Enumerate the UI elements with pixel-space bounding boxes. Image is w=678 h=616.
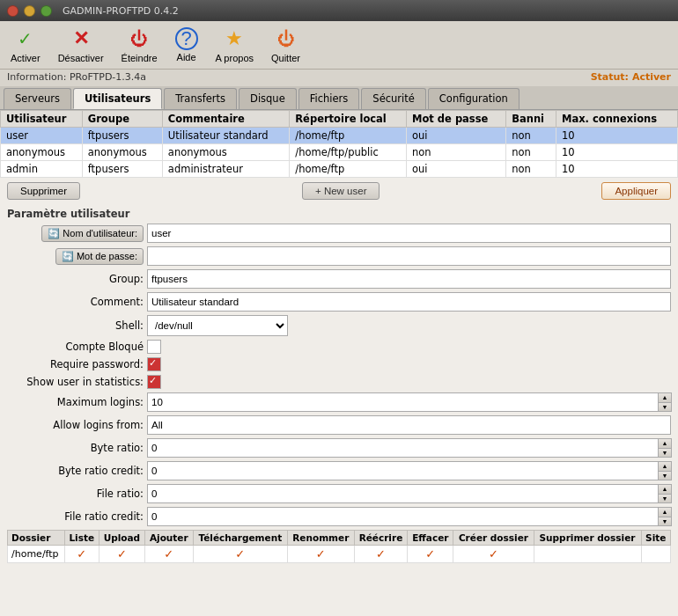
shell-select[interactable]: /dev/null /bin/bash /bin/sh <box>147 315 288 336</box>
file-ratio-credit-down[interactable]: ▼ <box>659 517 671 526</box>
check-icon-ajouter: ✓ <box>164 547 173 561</box>
cell-mdp: non <box>407 144 506 161</box>
dir-cell-creer[interactable]: ✓ <box>453 546 534 563</box>
nom-utilisateur-btn[interactable]: 🔄 Nom d'utilisateur: <box>41 225 144 242</box>
table-row[interactable]: user ftpusers Utilisateur standard /home… <box>1 128 678 144</box>
dir-cell-telechargement[interactable]: ✓ <box>193 546 287 563</box>
file-ratio-credit-input[interactable] <box>147 507 658 526</box>
dir-cell-reecrire[interactable]: ✓ <box>354 546 408 563</box>
dir-cell-ajouter[interactable]: ✓ <box>145 546 194 563</box>
form-row-group: Group: <box>7 269 671 289</box>
mot-de-passe-btn[interactable]: 🔄 Mot de passe: <box>55 248 144 265</box>
nom-utilisateur-input[interactable] <box>147 224 671 243</box>
minimize-btn[interactable] <box>24 5 35 17</box>
cell-mdp: oui <box>407 161 506 178</box>
tab-configuration[interactable]: Configuration <box>428 88 520 109</box>
dir-cell-supprimer[interactable] <box>534 546 641 563</box>
maximize-btn[interactable] <box>41 5 52 17</box>
dir-cell-dossier: /home/ftp <box>8 546 65 563</box>
desactiver-button[interactable]: ✕ Désactiver <box>55 25 107 65</box>
max-logins-input[interactable] <box>147 392 658 412</box>
tab-fichiers[interactable]: Fichiers <box>298 88 360 109</box>
tab-utilisateurs[interactable]: Utilisateurs <box>73 88 162 109</box>
aide-button[interactable]: ? Aide <box>172 26 202 64</box>
form-row-shell: Shell: /dev/null /bin/bash /bin/sh <box>7 315 671 336</box>
form-row-show-user: Show user in statistics: <box>7 375 671 389</box>
form-row-byte-ratio-credit: Byte ratio credit: ▲ ▼ <box>7 461 671 480</box>
mot-de-passe-input[interactable] <box>147 246 671 266</box>
shell-label: Shell: <box>7 319 144 332</box>
eteindre-button[interactable]: ⏻ Éteindre <box>118 25 161 65</box>
dir-cell-upload[interactable]: ✓ <box>99 546 144 563</box>
max-logins-up[interactable]: ▲ <box>659 393 671 403</box>
comment-input[interactable] <box>147 292 671 312</box>
allow-logins-label: Allow logins from: <box>7 419 144 431</box>
check-icon-creer: ✓ <box>489 547 498 561</box>
cell-banni: non <box>506 128 556 144</box>
titlebar: GADMIN-PROFTPD 0.4.2 <box>0 0 678 21</box>
dir-cell-site[interactable] <box>641 546 671 563</box>
allow-logins-input[interactable] <box>147 415 671 435</box>
dir-table: Dossier Liste Upload Ajouter Téléchargem… <box>7 530 671 563</box>
table-row[interactable]: admin ftpusers administrateur /home/ftp … <box>1 161 678 178</box>
tab-disque[interactable]: Disque <box>239 88 297 109</box>
dir-cell-liste[interactable]: ✓ <box>64 546 99 563</box>
close-btn[interactable] <box>7 5 18 17</box>
file-ratio-credit-up[interactable]: ▲ <box>659 508 671 517</box>
file-ratio-input[interactable] <box>147 484 658 503</box>
byte-ratio-credit-input[interactable] <box>147 461 658 480</box>
cell-mdp: oui <box>407 128 506 144</box>
dir-col-site: Site <box>641 531 671 546</box>
quitter-icon: ⏻ <box>274 26 298 51</box>
dir-cell-renommer[interactable]: ✓ <box>287 546 354 563</box>
dir-cell-effacer[interactable]: ✓ <box>408 546 453 563</box>
param-section: Paramètre utilisateur 🔄 Nom d'utilisateu… <box>0 204 678 567</box>
desactiver-icon: ✕ <box>69 26 93 51</box>
status-value: Activer <box>632 71 671 83</box>
byte-ratio-input[interactable] <box>147 438 658 458</box>
cell-user: admin <box>1 161 83 178</box>
apropos-icon: ★ <box>222 26 247 51</box>
col-utilisateur: Utilisateur <box>1 111 83 128</box>
file-ratio-up[interactable]: ▲ <box>659 485 671 495</box>
file-ratio-down[interactable]: ▼ <box>659 495 671 503</box>
form-row-max-logins: Maximum logins: ▲ ▼ <box>7 392 671 412</box>
tab-serveurs[interactable]: Serveurs <box>4 88 71 109</box>
quitter-button[interactable]: ⏻ Quitter <box>268 25 304 65</box>
quitter-label: Quitter <box>271 53 300 63</box>
byte-ratio-down[interactable]: ▼ <box>659 449 671 458</box>
window-title: GADMIN-PROFTPD 0.4.2 <box>63 5 179 17</box>
compte-bloque-checkbox[interactable] <box>147 340 161 354</box>
new-user-button[interactable]: + New user <box>302 182 380 200</box>
group-input[interactable] <box>147 269 671 289</box>
appliquer-button[interactable]: Appliquer <box>601 182 671 200</box>
cell-commentaire: Utilisateur standard <box>162 128 289 144</box>
max-logins-spinner: ▲ ▼ <box>147 392 672 412</box>
info-label: Information: PRoFTPD-1.3.4a <box>7 71 146 83</box>
col-repertoire: Répertoire local <box>290 111 407 128</box>
apropos-button[interactable]: ★ A propos <box>212 25 257 65</box>
require-password-checkbox[interactable] <box>147 357 161 371</box>
tab-transferts[interactable]: Transferts <box>164 88 237 109</box>
supprimer-button[interactable]: Supprimer <box>7 182 80 200</box>
byte-ratio-up[interactable]: ▲ <box>659 439 671 449</box>
show-user-checkbox[interactable] <box>147 375 161 389</box>
cell-commentaire: anonymous <box>162 144 289 161</box>
activer-button[interactable]: ✓ Activer <box>7 25 44 65</box>
file-ratio-label: File ratio: <box>7 488 144 500</box>
dir-col-liste: Liste <box>64 531 99 546</box>
max-logins-down[interactable]: ▼ <box>659 403 671 412</box>
tab-securite[interactable]: Sécurité <box>361 88 426 109</box>
dir-col-ajouter: Ajouter <box>145 531 194 546</box>
cell-banni: non <box>506 161 556 178</box>
table-row[interactable]: anonymous anonymous anonymous /home/ftp/… <box>1 144 678 161</box>
check-icon-renommer: ✓ <box>316 547 326 561</box>
dir-table-row[interactable]: /home/ftp ✓ ✓ ✓ ✓ ✓ ✓ ✓ ✓ <box>8 546 671 563</box>
byte-ratio-credit-spinner: ▲ ▼ <box>147 461 672 480</box>
byte-ratio-credit-spinner-btns: ▲ ▼ <box>658 461 672 480</box>
byte-ratio-spinner-btns: ▲ ▼ <box>658 438 672 458</box>
form-row-file-ratio-credit: File ratio credit: ▲ ▼ <box>7 507 671 526</box>
byte-ratio-credit-down[interactable]: ▼ <box>659 472 671 480</box>
require-password-label: Require password: <box>7 358 144 370</box>
byte-ratio-credit-up[interactable]: ▲ <box>659 462 671 472</box>
